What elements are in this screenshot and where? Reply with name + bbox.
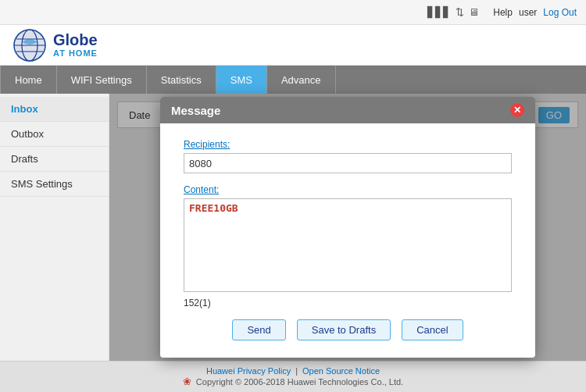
modal-title: Message [171,104,220,117]
sidebar-item-outbox[interactable]: Outbox [0,122,109,147]
logout-link[interactable]: Log Out [543,7,577,18]
save-to-drafts-button[interactable]: Save to Drafts [297,319,391,340]
screen-icon: 🖥 [469,6,479,18]
sidebar: Inbox Outbox Drafts SMS Settings [0,94,109,361]
huawei-flower-icon: ❀ [183,376,191,387]
modal-close-button[interactable]: ✕ [510,103,524,117]
footer-copyright: ❀ Copyright © 2006-2018 Huawei Technolog… [183,376,403,387]
send-button[interactable]: Send [232,319,285,340]
modal-header: Message ✕ [160,97,535,123]
char-count: 152(1) [184,298,512,308]
modal-overlay: Message ✕ Recipients: Content: FREE10GB … [109,94,586,361]
globe-logo-icon [13,28,47,62]
content-area: Inbox Outbox Drafts SMS Settings Date ag… [0,94,586,361]
sidebar-item-sms-settings[interactable]: SMS Settings [0,172,109,197]
top-bar: ▋▋▋ ⇅ 🖥 Help user Log Out [0,0,586,25]
nav-item-statistics[interactable]: Statistics [147,66,216,94]
recipients-label: Recipients: [184,139,512,150]
sidebar-item-inbox[interactable]: Inbox [0,97,109,122]
logo-at-home-label: AT HOME [53,48,98,58]
help-link[interactable]: Help [493,7,513,18]
signal-bars-icon: ▋▋▋ [427,6,451,18]
transfer-icon: ⇅ [456,6,464,18]
modal-body: Recipients: Content: FREE10GB 152(1) Sen… [160,123,535,358]
modal-buttons: Send Save to Drafts Cancel [184,319,512,345]
open-source-link[interactable]: Open Source Notice [302,366,380,376]
cancel-button[interactable]: Cancel [402,319,463,340]
footer-links: Huawei Privacy Policy | Open Source Noti… [206,366,380,376]
content-textarea[interactable]: FREE10GB [184,198,512,292]
top-bar-links: Help user Log Out [493,7,577,18]
main-content: Date age: GO Message ✕ Recipients: Conte… [109,94,586,361]
copyright-text: Copyright © 2006-2018 Huawei Technologie… [196,377,403,387]
nav-item-sms[interactable]: SMS [216,66,267,94]
header: Globe AT HOME [0,25,586,66]
nav-item-wifi-settings[interactable]: WIFI Settings [57,66,147,94]
recipients-input[interactable] [184,153,512,173]
sidebar-item-drafts[interactable]: Drafts [0,147,109,172]
main-nav: Home WIFI Settings Statistics SMS Advanc… [0,66,586,94]
content-label: Content: [184,184,512,195]
privacy-policy-link[interactable]: Huawei Privacy Policy [206,366,291,376]
status-icons: ▋▋▋ ⇅ 🖥 [427,6,479,18]
logo-globe-label: Globe [53,31,98,48]
nav-item-home[interactable]: Home [0,66,57,94]
logo-area: Globe AT HOME [13,28,98,62]
logo-text: Globe AT HOME [53,31,98,58]
user-link[interactable]: user [519,7,537,18]
nav-item-advance[interactable]: Advance [267,66,336,94]
footer: Huawei Privacy Policy | Open Source Noti… [0,361,586,392]
message-modal: Message ✕ Recipients: Content: FREE10GB … [160,97,535,358]
